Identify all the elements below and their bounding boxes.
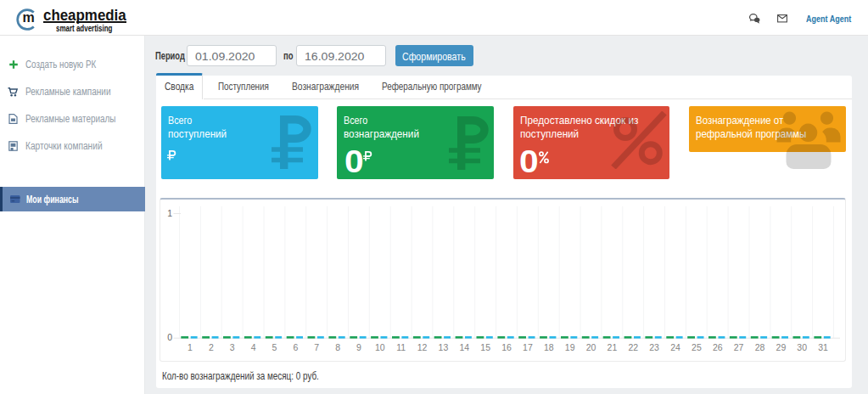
svg-text:23: 23 xyxy=(649,342,659,352)
svg-text:1: 1 xyxy=(167,208,172,218)
svg-text:3: 3 xyxy=(230,342,235,352)
svg-text:11: 11 xyxy=(396,342,406,352)
svg-text:5: 5 xyxy=(272,342,277,352)
svg-text:12: 12 xyxy=(417,342,428,352)
svg-text:15: 15 xyxy=(480,342,490,352)
svg-text:0: 0 xyxy=(167,332,172,342)
svg-text:19: 19 xyxy=(565,342,575,352)
svg-text:26: 26 xyxy=(713,342,723,352)
svg-text:16: 16 xyxy=(501,342,512,352)
svg-text:20: 20 xyxy=(586,342,596,352)
svg-text:13: 13 xyxy=(439,342,449,352)
svg-text:30: 30 xyxy=(797,342,807,352)
svg-text:27: 27 xyxy=(734,342,744,352)
svg-text:4: 4 xyxy=(251,342,256,352)
svg-text:1: 1 xyxy=(188,342,193,352)
svg-text:14: 14 xyxy=(459,342,469,352)
svg-text:25: 25 xyxy=(692,342,702,352)
svg-text:17: 17 xyxy=(523,342,533,352)
svg-text:31: 31 xyxy=(818,342,828,352)
svg-text:18: 18 xyxy=(544,342,554,352)
svg-text:2: 2 xyxy=(209,342,214,352)
svg-text:28: 28 xyxy=(755,342,765,352)
svg-text:22: 22 xyxy=(628,342,638,352)
svg-text:10: 10 xyxy=(375,342,385,352)
svg-text:6: 6 xyxy=(293,342,298,352)
svg-text:7: 7 xyxy=(314,342,319,352)
svg-text:9: 9 xyxy=(356,342,361,352)
svg-text:24: 24 xyxy=(670,342,680,352)
svg-text:8: 8 xyxy=(335,342,340,352)
svg-text:29: 29 xyxy=(776,342,787,352)
svg-text:21: 21 xyxy=(608,342,618,352)
